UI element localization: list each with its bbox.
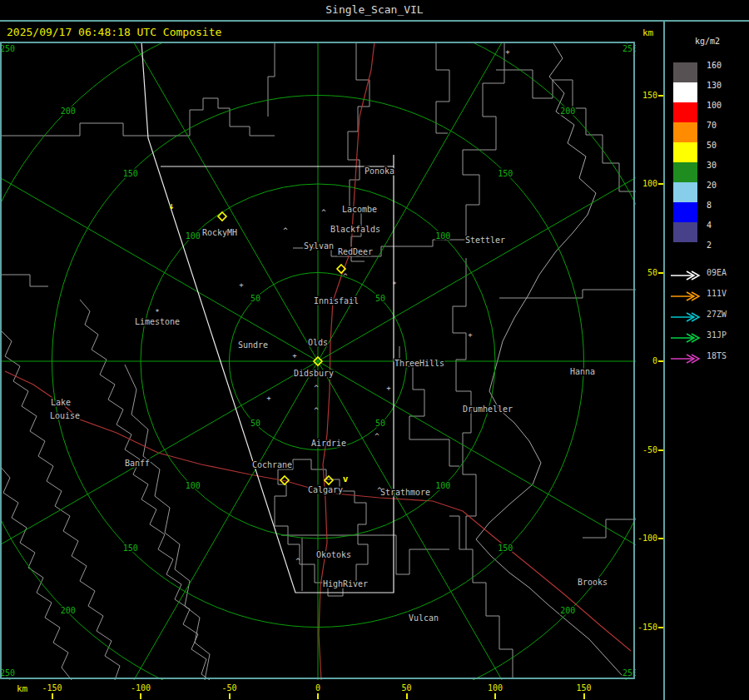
arrow-icon: [670, 354, 702, 364]
ring-label-150: 150: [498, 544, 513, 553]
scale-value-label: 100: [707, 101, 722, 111]
city-label: Drumheller: [463, 405, 513, 414]
bottom-axis-tick: [52, 693, 53, 699]
ring-label-50: 50: [375, 294, 385, 303]
ring-label-100: 100: [186, 481, 201, 490]
radar-track-arrow-31JP: [670, 330, 702, 346]
obs-mark: ^: [314, 406, 319, 415]
obs-mark: ^: [374, 432, 379, 440]
scale-value-label: 130: [707, 81, 722, 91]
window-title: Single_Scan_VIL: [0, 0, 749, 22]
ring-label-200: 200: [61, 606, 76, 615]
ring-label-150: 150: [123, 544, 138, 553]
scan-timestamp: 2025/09/17 06:48:18 UTC Composite: [7, 26, 221, 38]
right-axis-label: 150: [636, 91, 657, 100]
obs-mark: +: [386, 384, 391, 392]
city-label: Vulcan: [409, 613, 439, 623]
ring-label-50: 50: [250, 294, 260, 303]
right-axis-label: 0: [636, 356, 657, 365]
bottom-axis-tick: [229, 693, 231, 699]
city-label: Stettler: [465, 236, 505, 245]
scale-value-label: 8: [707, 201, 712, 211]
city-label: Lacombe: [342, 205, 377, 214]
city-labels: PonokaLacombeBlackfaldsSylvanRedDeerRock…: [50, 166, 608, 623]
scale-swatch: [673, 202, 697, 222]
range-rings-and-spokes: [0, 42, 636, 680]
city-label: Blackfalds: [330, 225, 380, 234]
city-label: HighRiver: [323, 579, 368, 588]
radar-track-id: 31JP: [707, 330, 727, 340]
obs-mark: ^: [314, 384, 319, 392]
city-label: ThreeHills: [394, 359, 444, 368]
obs-mark: +: [292, 351, 297, 360]
bottom-axis-label: 0: [315, 683, 320, 693]
radar-application-window: Single_Scan_VIL 2025/09/17 06:48:18 UTC …: [0, 0, 749, 700]
ring-label-50: 50: [250, 419, 260, 428]
radar-map-display[interactable]: 5050505010010010010015015015015020020020…: [0, 42, 636, 680]
scale-value-label: 50: [707, 141, 717, 151]
city-label: Innisfail: [314, 296, 359, 305]
radar-track-id: 27ZW: [707, 310, 727, 319]
city-label: Airdrie: [311, 439, 346, 448]
ring-label-100: 100: [435, 231, 450, 241]
bottom-axis-label: -100: [131, 683, 151, 693]
obs-mark: ^: [343, 272, 348, 280]
obs-mark: +: [505, 47, 510, 56]
bottom-axis-tick: [406, 693, 408, 699]
radar-track-id: 18TS: [707, 351, 727, 360]
scale-swatch: [673, 122, 697, 142]
scale-value-label: 4: [707, 221, 712, 231]
city-label: Hanna: [570, 367, 595, 376]
bottom-axis-unit-label: km: [17, 683, 27, 694]
scale-value-label: 70: [707, 121, 717, 131]
ring-label-250: 250: [0, 44, 15, 53]
city-label: Okotoks: [316, 550, 351, 559]
city-label: Limestone: [135, 317, 180, 326]
right-axis-label: 100: [636, 179, 657, 188]
bottom-axis-label: 50: [401, 683, 411, 693]
scale-swatch: [673, 162, 697, 182]
mountain-terrain-boundaries: [0, 300, 210, 680]
city-label: Didsbury: [294, 369, 334, 378]
city-label: Ponoka: [365, 166, 394, 176]
city-label: Banff: [125, 459, 150, 468]
ring-label-50: 50: [375, 419, 385, 428]
right-axis-unit-label: km: [642, 27, 653, 38]
city-label: Olds: [308, 338, 328, 347]
bottom-axis: -150-100-50050100150: [0, 680, 636, 700]
arrow-icon: [670, 291, 702, 301]
city-label: Brooks: [578, 578, 608, 587]
ring-label-200: 200: [560, 606, 575, 615]
scale-swatch: [673, 182, 697, 202]
bottom-axis-tick: [140, 693, 141, 699]
obs-mark: ^: [321, 208, 326, 216]
radar-track-arrow-09EA: [670, 268, 702, 284]
ring-label-100: 100: [435, 481, 450, 490]
legend-panel: kg/m2 1601301007050302084209EA111V27ZW31…: [665, 22, 749, 700]
city-label: Lake: [51, 398, 71, 407]
ring-label-150: 150: [123, 169, 138, 178]
obs-mark: +: [239, 280, 244, 289]
obs-mark: ^: [377, 486, 382, 494]
right-axis-label: -100: [636, 534, 657, 543]
scale-swatch: [673, 82, 697, 102]
bottom-axis-label: 150: [576, 683, 591, 693]
obs-mark: *: [155, 308, 159, 316]
azimuth-spoke-330: [318, 361, 636, 611]
radar-track-arrow-111V: [670, 289, 702, 305]
obs-mark: +: [468, 330, 473, 339]
right-axis-label: -150: [636, 623, 657, 632]
city-label: Cochrane: [252, 460, 292, 469]
right-axis-label: 50: [636, 268, 657, 277]
arrow-icon: [670, 271, 702, 280]
radar-track-arrow-18TS: [670, 351, 702, 367]
scale-swatch: [673, 142, 697, 162]
bottom-axis-label: -50: [221, 683, 236, 693]
radar-track-arrow-27ZW: [670, 310, 702, 325]
bottom-axis-tick: [494, 693, 496, 699]
ring-label-200: 200: [560, 107, 575, 116]
city-label: Sundre: [238, 340, 268, 350]
radar-track-id: 09EA: [707, 268, 727, 277]
scale-swatch: [673, 62, 697, 82]
arrow-icon: [670, 333, 702, 343]
